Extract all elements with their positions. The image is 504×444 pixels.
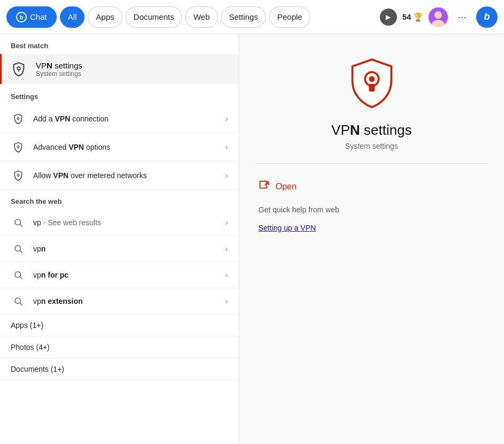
search-icon-3 <box>11 267 26 282</box>
chat-tab[interactable]: b Chat <box>6 6 57 28</box>
svg-point-1 <box>434 11 442 19</box>
tab-settings-label: Settings <box>229 12 258 21</box>
bing-logo-button[interactable]: b <box>476 6 498 28</box>
avatar-image <box>429 7 448 27</box>
chevron-icon-1: › <box>225 114 228 123</box>
svg-line-18 <box>20 303 22 305</box>
web-item-vpn-label: vpn <box>33 244 218 253</box>
svg-point-9 <box>17 174 19 176</box>
svg-line-12 <box>20 224 22 226</box>
svg-rect-20 <box>369 84 375 92</box>
bing-logo-icon: b <box>484 11 490 22</box>
tab-documents[interactable]: Documents <box>126 6 182 28</box>
help-link[interactable]: Setting up a VPN <box>255 220 488 235</box>
tab-apps-label: Apps <box>96 12 114 21</box>
documents-collapse-header[interactable]: Documents (1+) <box>0 358 239 380</box>
allow-vpn-label: Allow VPN over metered networks <box>33 171 218 180</box>
more-button[interactable]: ··· <box>453 9 471 25</box>
svg-point-15 <box>15 272 21 278</box>
open-external-icon <box>258 180 270 194</box>
right-panel: VPN settings System settings Open Get qu… <box>239 34 504 444</box>
play-icon: ▶ <box>386 13 391 21</box>
web-item-vp-label: vp - See web results <box>33 218 218 227</box>
web-search-header: Search the web <box>0 190 239 210</box>
vpn-icon-3 <box>11 168 26 183</box>
open-button[interactable]: Open <box>255 174 488 199</box>
list-item-allow-vpn[interactable]: Allow VPN over metered networks › <box>0 162 239 190</box>
add-vpn-label: Add a VPN connection <box>33 114 218 123</box>
detail-icon-container <box>345 56 399 111</box>
help-header: Get quick help from web <box>255 203 488 216</box>
svg-line-14 <box>20 250 22 252</box>
list-item-advanced-vpn[interactable]: Advanced VPN options › <box>0 133 239 162</box>
score-badge: 54 🏆 <box>402 12 424 22</box>
vpn-shield-large-icon <box>345 56 399 109</box>
detail-title: VPN settings <box>331 122 411 139</box>
best-match-item[interactable]: VPN settings System settings <box>0 54 239 84</box>
best-match-subtitle: System settings <box>36 70 82 78</box>
topbar: b Chat All Apps Documents Web Settings P… <box>0 0 504 34</box>
tab-all-label: All <box>68 12 77 21</box>
tab-settings[interactable]: Settings <box>221 6 266 28</box>
detail-subtitle: System settings <box>345 142 398 150</box>
play-button[interactable]: ▶ <box>380 9 397 26</box>
vpn-icon-1 <box>11 111 26 126</box>
tab-people[interactable]: People <box>269 6 310 28</box>
web-item-vpn-pc[interactable]: vpn for pc › <box>0 262 239 288</box>
best-match-title: VPN settings <box>36 61 82 70</box>
detail-divider <box>255 163 488 164</box>
best-match-text: VPN settings System settings <box>36 61 82 78</box>
svg-point-13 <box>15 246 21 251</box>
vpn-icon-2 <box>11 140 26 155</box>
search-icon-2 <box>11 241 26 256</box>
tab-documents-label: Documents <box>134 12 174 21</box>
topbar-right: ▶ 54 🏆 ··· b <box>380 6 498 28</box>
score-value: 54 <box>402 12 411 21</box>
tab-web-label: Web <box>193 12 210 21</box>
vpn-shield-small-icon <box>9 59 28 79</box>
best-match-header: Best match <box>0 34 239 54</box>
more-icon: ··· <box>457 11 467 22</box>
web-item-vpn-ext-label: vpn extension <box>33 297 218 305</box>
user-avatar[interactable] <box>429 7 448 27</box>
search-icon-4 <box>11 294 26 309</box>
web-item-vpn-pc-label: vpn for pc <box>33 271 218 279</box>
svg-point-11 <box>15 219 21 225</box>
chevron-icon-3: › <box>225 171 228 180</box>
svg-point-21 <box>369 76 375 82</box>
svg-point-3 <box>17 67 20 70</box>
tab-apps[interactable]: Apps <box>88 6 122 28</box>
chevron-icon-vpn-ext: › <box>225 297 228 305</box>
chevron-icon-vpn-pc: › <box>225 271 228 279</box>
chevron-icon-vp: › <box>225 218 228 227</box>
svg-point-5 <box>17 117 19 119</box>
tab-web[interactable]: Web <box>185 6 218 28</box>
web-item-vpn-ext[interactable]: vpn extension › <box>0 288 239 315</box>
svg-line-16 <box>20 277 22 279</box>
trophy-icon: 🏆 <box>413 12 423 22</box>
search-icon-1 <box>11 215 26 230</box>
photos-collapse-header[interactable]: Photos (4+) <box>0 336 239 358</box>
chevron-icon-vpn: › <box>225 244 228 253</box>
main-layout: Best match VPN settings System settings … <box>0 34 504 444</box>
open-label: Open <box>276 182 296 192</box>
settings-header: Settings <box>0 85 239 105</box>
apps-collapse-header[interactable]: Apps (1+) <box>0 315 239 336</box>
svg-point-17 <box>15 298 21 304</box>
bing-chat-icon: b <box>16 12 27 22</box>
tab-people-label: People <box>277 12 302 21</box>
advanced-vpn-label: Advanced VPN options <box>33 143 218 151</box>
svg-point-7 <box>17 146 19 148</box>
chevron-icon-2: › <box>225 143 228 151</box>
list-item-add-vpn[interactable]: Add a VPN connection › <box>0 105 239 133</box>
tab-all[interactable]: All <box>60 6 85 28</box>
chat-tab-label: Chat <box>30 12 47 21</box>
web-item-vp[interactable]: vp - See web results › <box>0 210 239 236</box>
web-item-vpn[interactable]: vpn › <box>0 236 239 262</box>
left-panel: Best match VPN settings System settings … <box>0 34 239 444</box>
